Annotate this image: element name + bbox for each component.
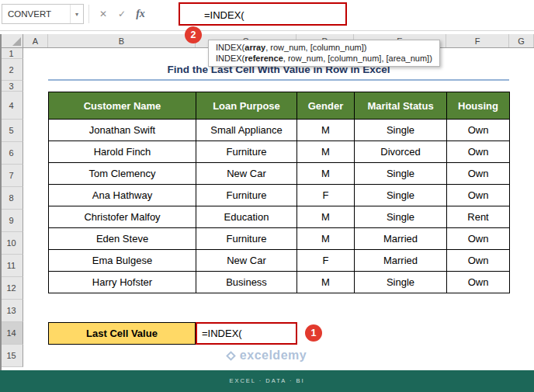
table-cell[interactable]: M [297,120,355,141]
row-header-13[interactable]: 13 [0,300,23,322]
table-row: Harold Finch Furniture M Divorced Own [49,141,510,163]
row-header-6[interactable]: 6 [0,142,23,165]
row-header-5[interactable]: 5 [0,120,23,142]
row-header-4[interactable]: 4 [0,92,23,120]
table-header-cell[interactable]: Housing [447,92,510,120]
table-cell[interactable]: Eden Steve [49,228,196,250]
table-cell[interactable]: Own [447,163,510,185]
row-header-7[interactable]: 7 [0,165,23,187]
row-header-11[interactable]: 11 [0,255,23,277]
cancel-button[interactable]: ✕ [95,4,112,24]
function-tooltip: INDEX(array, row_num, [column_num]) INDE… [208,40,440,67]
table-cell[interactable]: Ema Bulgese [49,250,196,272]
table-header-cell[interactable]: Marital Status [355,92,447,120]
table-row: Ana Hathway Furniture F Single Own [49,185,510,206]
table-cell[interactable]: M [297,272,355,293]
check-icon: ✓ [118,9,126,19]
table-cell[interactable]: M [297,141,355,163]
table-cell[interactable]: New Car [196,250,297,272]
table-header-cell[interactable]: Gender [297,92,355,120]
row-header-10[interactable]: 10 [0,232,23,255]
excel-window: CONVERT ▾ ✕ ✓ fx =INDEX( 2 1 INDEX(array… [0,0,534,392]
table-row: Harry Hofster Business M Single Own [49,272,510,293]
name-box-value: CONVERT [2,9,70,19]
row-header-8[interactable]: 8 [0,187,23,210]
table-row: Eden Steve Furniture M Married Own [49,228,510,250]
step-1-badge: 1 [305,324,322,342]
table-cell[interactable]: Education [196,206,297,228]
table-cell[interactable]: Harry Hofster [49,272,196,293]
select-all-icon [12,37,21,46]
table-cell[interactable]: M [297,206,355,228]
table-row: Tom Clemency New Car M Single Own [49,163,510,185]
table-cell[interactable]: Single [355,272,447,293]
select-all-corner[interactable] [0,34,23,47]
row-header-1[interactable]: 1 [0,48,23,59]
formula-input[interactable]: =INDEX( [204,0,244,29]
column-header-a[interactable]: A [23,34,48,47]
table-cell[interactable]: Harold Finch [49,141,196,163]
table-cell[interactable]: Tom Clemency [49,163,196,185]
result-label-cell[interactable]: Last Cell Value [48,322,196,345]
row-header-12[interactable]: 12 [0,277,23,300]
table-header-cell[interactable]: Loan Purpose [196,92,297,120]
tooltip-line: INDEX(reference, row_num, [column_num], … [216,53,432,64]
table-cell[interactable]: Furniture [196,185,297,206]
table-cell[interactable]: Single [355,185,447,206]
table-cell[interactable]: New Car [196,163,297,185]
table-cell[interactable]: Rent [447,206,510,228]
diamond-logo-icon [226,351,236,361]
row-headers: 1 2 3 4 5 6 7 8 9 10 11 12 13 14 15 [0,48,23,367]
cancel-icon: ✕ [99,9,107,19]
table-cell[interactable]: M [297,228,355,250]
step-2-badge: 2 [185,26,202,43]
row-header-2[interactable]: 2 [0,59,23,81]
chevron-down-icon[interactable]: ▾ [70,5,83,23]
formula-bar: CONVERT ▾ ✕ ✓ fx =INDEX( [0,0,534,31]
formula-bar-divider [88,5,89,23]
column-header-f[interactable]: F [446,34,509,47]
table-cell[interactable]: Own [447,120,510,141]
table-cell[interactable]: Own [447,272,510,293]
table-cell[interactable]: F [297,185,355,206]
row-header-14[interactable]: 14 [0,322,23,345]
table-cell[interactable]: Furniture [196,141,297,163]
table-header-row: Customer Name Loan Purpose Gender Marita… [49,92,510,120]
table-cell[interactable]: Ana Hathway [49,185,196,206]
sheet-left-edge [0,34,2,370]
table-cell[interactable]: Jonathan Swift [49,120,196,141]
fx-icon: fx [136,8,145,20]
table-cell[interactable]: Furniture [196,228,297,250]
active-formula-cell[interactable]: =INDEX( [196,322,297,345]
table-cell[interactable]: Single [355,120,447,141]
table-row: Jonathan Swift Small Appliance M Single … [49,120,510,141]
table-cell[interactable]: Divorced [355,141,447,163]
row-header-9[interactable]: 9 [0,210,23,232]
table-cell[interactable]: Own [447,250,510,272]
enter-button[interactable]: ✓ [113,4,130,24]
table-header-cell[interactable]: Customer Name [49,92,196,120]
table-cell[interactable]: M [297,163,355,185]
table-row: Christofer Malfoy Education M Single Ren… [49,206,510,228]
table-cell[interactable]: Christofer Malfoy [49,206,196,228]
tooltip-line: INDEX(array, row_num, [column_num]) [216,42,432,53]
column-header-b[interactable]: B [48,34,196,47]
table-cell[interactable]: Single [355,163,447,185]
table-cell[interactable]: Own [447,185,510,206]
watermark-tagline: EXCEL · DATA · BI [0,377,534,384]
table-cell[interactable]: Own [447,228,510,250]
table-cell[interactable]: F [297,250,355,272]
table-cell[interactable]: Married [355,228,447,250]
column-header-g[interactable]: G [509,34,534,47]
customer-table: Customer Name Loan Purpose Gender Marita… [48,92,510,293]
table-cell[interactable]: Own [447,141,510,163]
row-header-3[interactable]: 3 [0,81,23,92]
table-cell[interactable]: Business [196,272,297,293]
watermark-brand-text: exceldemy [240,349,307,362]
insert-function-button[interactable]: fx [132,4,149,24]
table-cell[interactable]: Single [355,206,447,228]
table-cell[interactable]: Married [355,250,447,272]
name-box[interactable]: CONVERT ▾ [2,4,84,24]
table-row: Ema Bulgese New Car F Married Own [49,250,510,272]
table-cell[interactable]: Small Appliance [196,120,297,141]
